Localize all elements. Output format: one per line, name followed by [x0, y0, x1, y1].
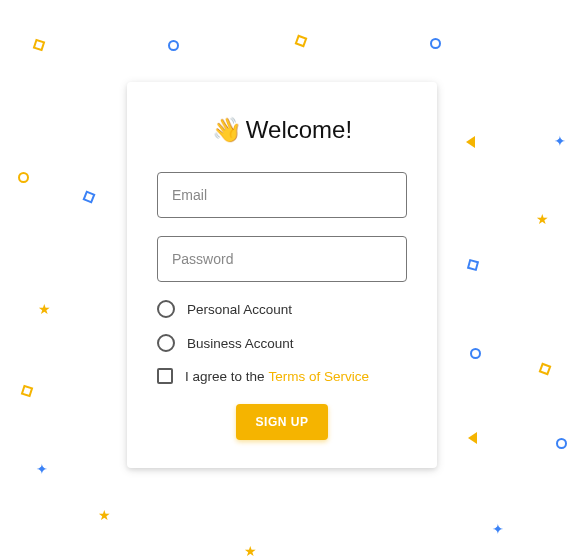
confetti-star: ★ [38, 302, 51, 316]
confetti-circle [18, 172, 29, 183]
confetti-circle [556, 438, 567, 449]
confetti-square [21, 385, 34, 398]
confetti-triangle [468, 432, 477, 444]
personal-account-option[interactable]: Personal Account [157, 300, 407, 318]
confetti-star: ★ [98, 508, 111, 522]
confetti-circle [430, 38, 441, 49]
confetti-star: ★ [536, 212, 549, 226]
confetti-triangle [466, 136, 475, 148]
radio-icon [157, 300, 175, 318]
confetti-star: ✦ [36, 462, 48, 476]
title-text: Welcome! [246, 116, 352, 143]
wave-icon: 👋 [212, 116, 242, 143]
checkbox-icon [157, 368, 173, 384]
confetti-star: ★ [244, 544, 257, 558]
signup-button[interactable]: SIGN UP [236, 404, 329, 440]
signup-card: 👋Welcome! Personal Account Business Acco… [127, 82, 437, 468]
terms-checkbox-row[interactable]: I agree to the Terms of Service [157, 368, 407, 384]
confetti-star: ✦ [554, 134, 566, 148]
confetti-square [295, 35, 308, 48]
confetti-square [539, 363, 552, 376]
business-account-option[interactable]: Business Account [157, 334, 407, 352]
terms-text: I agree to the [185, 369, 265, 384]
email-field[interactable] [157, 172, 407, 218]
option-label: Personal Account [187, 302, 292, 317]
terms-link[interactable]: Terms of Service [269, 369, 370, 384]
confetti-square [82, 190, 95, 203]
confetti-square [467, 259, 479, 271]
page-title: 👋Welcome! [157, 116, 407, 144]
confetti-circle [470, 348, 481, 359]
password-field[interactable] [157, 236, 407, 282]
confetti-square [33, 39, 46, 52]
option-label: Business Account [187, 336, 294, 351]
confetti-circle [168, 40, 179, 51]
confetti-star: ✦ [492, 522, 504, 536]
radio-icon [157, 334, 175, 352]
